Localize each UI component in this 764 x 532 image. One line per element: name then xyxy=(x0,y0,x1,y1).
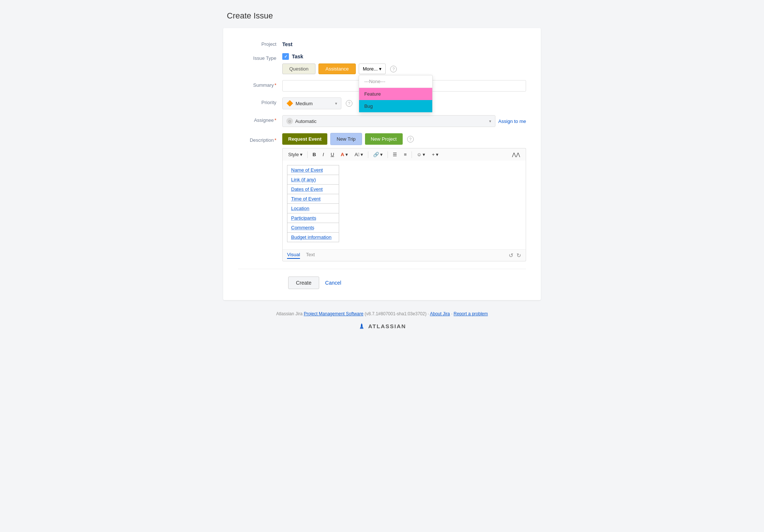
toolbar-divider-2 xyxy=(368,151,368,158)
table-row[interactable]: Participants xyxy=(287,213,339,223)
toolbar-divider-4 xyxy=(412,151,412,158)
editor-undo-redo: ↺ ↻ xyxy=(509,252,521,259)
table-row[interactable]: Link (if any) xyxy=(287,175,339,185)
redo-button[interactable]: ↻ xyxy=(516,252,521,259)
project-row: Project Test xyxy=(238,39,526,47)
style-button[interactable]: Style ▾ xyxy=(286,151,305,158)
bullet-list-button[interactable]: ☰ xyxy=(390,151,400,158)
editor-table: Name of EventLink (if any)Dates of Event… xyxy=(287,165,339,242)
footer-separator-1: · xyxy=(428,311,429,316)
undo-button[interactable]: ↺ xyxy=(509,252,514,259)
dropdown-none[interactable]: ---None--- xyxy=(359,75,432,88)
editor-container: Style ▾ B I U A ▾ xyxy=(282,148,526,261)
description-help-icon[interactable]: ? xyxy=(407,136,414,143)
new-trip-button[interactable]: New Trip xyxy=(330,133,362,145)
numbered-list-button[interactable]: ≡ xyxy=(401,151,409,158)
underline-button[interactable]: U xyxy=(328,151,337,158)
help-icon[interactable]: ? xyxy=(390,66,397,72)
link-chevron-icon: ▾ xyxy=(380,152,383,157)
more-button[interactable]: More... ▾ xyxy=(359,64,386,74)
bullet-list-icon: ☰ xyxy=(393,152,397,157)
issue-type-label: Issue Type xyxy=(238,53,282,61)
page-title: Create Issue xyxy=(223,11,541,21)
priority-icon: 🔶 xyxy=(286,100,293,107)
assign-to-me-link[interactable]: Assign to me xyxy=(498,119,526,124)
footer-link[interactable]: Project Management Software xyxy=(304,311,363,316)
page-footer: Atlassian Jira Project Management Softwa… xyxy=(223,311,541,337)
footer-version: (v8.7.1#807001-sha1:03e3702) xyxy=(365,311,426,316)
task-icon: ✓ xyxy=(282,53,289,60)
underline-label: U xyxy=(331,152,334,157)
text-style-button[interactable]: A⃞ ▾ xyxy=(352,151,366,158)
priority-help-icon[interactable]: ? xyxy=(346,100,352,107)
tab-text[interactable]: Text xyxy=(306,252,315,259)
font-color-button[interactable]: A ▾ xyxy=(338,151,350,158)
editor-footer: Visual Text ↺ ↻ xyxy=(282,249,526,261)
link-icon: 🔗 xyxy=(373,152,379,157)
assignee-select[interactable]: ⊙ Automatic ▾ xyxy=(282,115,495,127)
cancel-button[interactable]: Cancel xyxy=(324,277,343,289)
emoji-chevron-icon: ▾ xyxy=(423,152,425,157)
assignee-chevron-icon: ▾ xyxy=(489,119,491,124)
expand-button[interactable]: ⋀⋀ xyxy=(509,151,523,158)
atlassian-logo-text: ATLASSIAN xyxy=(368,323,406,329)
description-content: Request Event New Trip New Project ? Sty… xyxy=(282,133,526,261)
bold-button[interactable]: B xyxy=(310,151,318,158)
issue-type-content: ✓ Task Question Assistance More... ▾ xyxy=(282,53,526,74)
report-problem-link[interactable]: Report a problem xyxy=(454,311,488,316)
project-label: Project xyxy=(238,39,282,47)
emoji-button[interactable]: ☺ ▾ xyxy=(414,151,428,158)
editor-area[interactable]: Name of EventLink (if any)Dates of Event… xyxy=(282,161,526,249)
footer-text: Atlassian Jira xyxy=(276,311,302,316)
link-button[interactable]: 🔗 ▾ xyxy=(371,151,385,158)
assignee-wrapper: ⊙ Automatic ▾ Assign to me xyxy=(282,115,526,127)
request-event-button[interactable]: Request Event xyxy=(282,133,327,145)
font-color-icon: A xyxy=(341,152,344,157)
tab-visual[interactable]: Visual xyxy=(287,252,300,259)
priority-select[interactable]: 🔶 Medium ▾ xyxy=(282,97,341,109)
font-color-chevron-icon: ▾ xyxy=(345,152,348,157)
description-row: Description Request Event New Trip New P… xyxy=(238,133,526,261)
summary-label: Summary xyxy=(238,80,282,88)
more-dropdown-container: More... ▾ ---None--- Feature Bug xyxy=(359,64,386,74)
create-button[interactable]: Create xyxy=(288,277,319,289)
dropdown-bug[interactable]: Bug xyxy=(359,100,432,112)
assignee-label: Assignee xyxy=(238,115,282,123)
issue-type-dropdown: ---None--- Feature Bug xyxy=(359,75,433,113)
priority-label: Priority xyxy=(238,97,282,105)
style-label: Style xyxy=(288,152,299,157)
table-row[interactable]: Comments xyxy=(287,223,339,233)
atlassian-logo-icon xyxy=(358,322,365,330)
table-row[interactable]: Location xyxy=(287,204,339,213)
editor-toolbar: Style ▾ B I U A ▾ xyxy=(282,148,526,161)
assignee-content: ⊙ Automatic ▾ Assign to me xyxy=(282,115,526,127)
italic-button[interactable]: I xyxy=(320,151,327,158)
issue-type-value: Task xyxy=(292,54,303,59)
about-jira-link[interactable]: About Jira xyxy=(430,311,450,316)
table-row[interactable]: Name of Event xyxy=(287,165,339,175)
numbered-list-icon: ≡ xyxy=(404,152,407,157)
dropdown-feature[interactable]: Feature xyxy=(359,88,432,100)
issue-type-row: Issue Type ✓ Task Question Assistance Mo… xyxy=(238,53,526,74)
assignee-value: Automatic xyxy=(295,119,317,124)
table-row[interactable]: Time of Event xyxy=(287,194,339,204)
toolbar-divider-3 xyxy=(388,151,388,158)
create-issue-form: Project Test Issue Type ✓ Task Question … xyxy=(223,28,541,300)
new-project-button[interactable]: New Project xyxy=(365,133,403,145)
table-row[interactable]: Budget information xyxy=(287,233,339,242)
chevron-down-icon: ▾ xyxy=(379,66,382,72)
more-button-label: More... xyxy=(363,66,378,72)
project-value: Test xyxy=(282,39,526,47)
table-row[interactable]: Dates of Event xyxy=(287,185,339,194)
assistance-button[interactable]: Assistance xyxy=(318,64,356,74)
description-buttons: Request Event New Trip New Project ? xyxy=(282,133,526,145)
question-button[interactable]: Question xyxy=(282,64,316,74)
toolbar-divider-1 xyxy=(307,151,308,158)
form-divider xyxy=(238,269,526,269)
description-label: Description xyxy=(238,135,282,143)
expand-icon: ⋀⋀ xyxy=(512,152,520,157)
form-actions: Create Cancel xyxy=(238,277,526,289)
footer-separator-2: · xyxy=(451,311,454,316)
more-toolbar-button[interactable]: + ▾ xyxy=(429,151,441,158)
plus-chevron-icon: ▾ xyxy=(436,152,439,157)
